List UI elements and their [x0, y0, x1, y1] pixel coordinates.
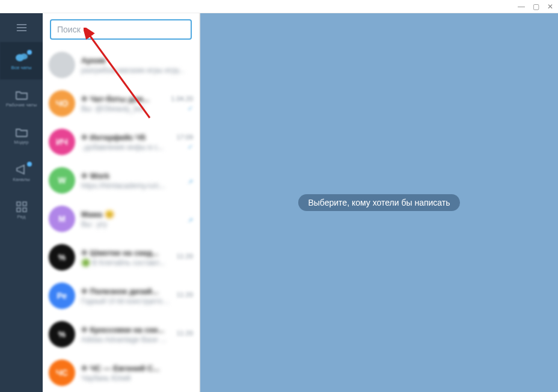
chat-status-mark: ✓: [188, 105, 193, 112]
chat-title: ✈ ЧС — Евгений С...: [81, 364, 159, 373]
menu-button[interactable]: [0, 13, 43, 42]
rail-folder-item[interactable]: Все чаты: [0, 42, 43, 79]
window-close-button[interactable]: ✕: [546, 2, 554, 11]
chat-title: ✈ Интерфейс Ч5: [81, 133, 146, 142]
chat-title: ✈ Work: [81, 171, 109, 180]
chat-time: 1.04.20: [171, 95, 193, 102]
avatar: W: [49, 167, 75, 194]
folder-icon: [14, 126, 29, 139]
avatar: ЧО: [49, 90, 75, 117]
folders-rail: Все чатыРабочие чатыМодерКаналыРед: [0, 13, 43, 392]
folder-icon: [14, 88, 29, 102]
svg-rect-5: [23, 208, 26, 212]
chat-row-body: Архивразгрибом магазин игры игру...: [81, 56, 187, 75]
chat-row[interactable]: W✈ Workhttps://htmlacademy.ru/c...↗: [43, 161, 199, 200]
chat-subtitle: 🟢 В Клитайль составл...: [81, 259, 170, 267]
chat-row[interactable]: ЧС✈ ЧС — Евгений С...Чаубань Юлий: [43, 354, 199, 392]
rail-folder-item[interactable]: Каналы: [0, 154, 43, 191]
chat-row-body: ✈ Чат-боты для...Вы: @Obeauty_bot: [81, 94, 165, 113]
chat-time: 11:20: [176, 329, 193, 337]
chat-subtitle: Вы: ;угу: [81, 220, 182, 228]
chat-row[interactable]: Ре✈ Полезное дизай...Годный UI kit конст…: [43, 277, 199, 315]
chat-row-body: ✈ Workhttps://htmlacademy.ru/c...: [81, 171, 182, 190]
avatar: ИЧ: [49, 129, 75, 155]
avatar: [49, 52, 75, 78]
chat-title: Архив: [81, 56, 105, 65]
rail-folder-item[interactable]: Ред: [0, 191, 43, 228]
bullhorn-icon: [14, 163, 29, 176]
rail-item-label: Модер: [12, 140, 31, 145]
chat-title: ✈ Чат-боты для...: [81, 94, 149, 103]
chat-row-body: ✈ ЧС — Евгений С...Чаубань Юлий: [81, 364, 187, 382]
chat-meta: ↗: [188, 214, 193, 224]
avatar: %: [49, 244, 75, 271]
avatar: М: [49, 206, 75, 232]
chat-row[interactable]: ИЧ✈ Интерфейс Ч5↓добавление инфы в с...1…: [43, 123, 199, 161]
chat-subtitle: Годный UI kit конструктор...: [81, 297, 170, 305]
rail-item-label: Ред: [16, 215, 28, 220]
grid-icon: [14, 200, 29, 213]
avatar: Ре: [49, 283, 75, 309]
chat-meta: 1.04.20✓: [171, 95, 193, 112]
chat-row-body: ✈ Кроссовки на ски...Adidas Advantage Ba…: [81, 325, 170, 344]
empty-state-text: Выберите, кому хотели бы написать: [298, 194, 459, 211]
chat-meta: ↗: [188, 176, 193, 186]
rail-folder-item[interactable]: Рабочие чаты: [0, 79, 43, 117]
chat-subtitle: Вы: @Obeauty_bot: [81, 105, 165, 113]
chat-row[interactable]: %✈ Шмотки на скид...🟢 В Клитайль составл…: [43, 238, 199, 277]
chat-meta: 17:09✓: [176, 133, 193, 151]
chat-subtitle: ↓добавление инфы в с...: [81, 143, 170, 152]
chat-status-mark: ✓: [188, 143, 193, 151]
chat-time: 11:20: [176, 253, 193, 260]
hamburger-icon: [16, 22, 28, 34]
chat-meta: 11:20: [176, 329, 193, 339]
chat-row[interactable]: ММама 😊Вы: ;угу↗: [43, 200, 199, 238]
svg-point-1: [20, 54, 28, 60]
chats-icon: [14, 51, 29, 64]
avatar: ЧС: [49, 360, 75, 386]
chat-status-mark: ↗: [188, 178, 193, 186]
chat-status-mark: ↗: [188, 216, 193, 224]
chat-subtitle: Adidas Advantage Base стар...: [81, 335, 170, 344]
chat-title: Мама 😊: [81, 210, 114, 219]
rail-item-label: Все чаты: [10, 66, 34, 71]
chat-row[interactable]: ЧО✈ Чат-боты для...Вы: @Obeauty_bot1.04.…: [43, 84, 199, 123]
svg-rect-3: [23, 202, 26, 206]
chat-title: ✈ Кроссовки на ски...: [81, 325, 164, 334]
titlebar: — ▢ ✕: [0, 0, 558, 13]
chat-subtitle: https://htmlacademy.ru/c...: [81, 182, 182, 190]
chat-meta: 11:20: [176, 253, 193, 262]
chat-row[interactable]: %✈ Кроссовки на ски...Adidas Advantage B…: [43, 315, 199, 354]
avatar: %: [49, 321, 75, 348]
chat-time: 11:20: [176, 291, 193, 298]
svg-rect-2: [17, 202, 20, 206]
chat-time: 17:09: [176, 133, 193, 141]
rail-folder-item[interactable]: Модер: [0, 117, 43, 154]
chat-row[interactable]: Архивразгрибом магазин игры игру...: [43, 46, 199, 84]
chat-list-panel: Архивразгрибом магазин игры игру...ЧО✈ Ч…: [43, 13, 200, 392]
chat-row-body: ✈ Полезное дизай...Годный UI kit констру…: [81, 287, 170, 305]
chat-subtitle: разгрибом магазин игры игру...: [81, 66, 187, 75]
rail-item-label: Каналы: [11, 177, 31, 183]
chat-title: ✈ Шмотки на скид...: [81, 248, 159, 257]
unread-badge: [27, 50, 32, 55]
chat-row-body: ✈ Шмотки на скид...🟢 В Клитайль составл.…: [81, 248, 170, 267]
svg-rect-4: [17, 208, 20, 212]
chat-content-area: Выберите, кому хотели бы написать: [200, 13, 558, 392]
chat-title: ✈ Полезное дизай...: [81, 287, 159, 296]
window-maximize-button[interactable]: ▢: [532, 2, 540, 11]
window-minimize-button[interactable]: —: [517, 2, 526, 11]
unread-badge: [27, 162, 32, 167]
chat-subtitle: Чаубань Юлий: [81, 374, 187, 382]
chat-meta: 11:20: [176, 291, 193, 301]
rail-item-label: Рабочие чаты: [4, 103, 39, 108]
search-input[interactable]: [50, 19, 192, 40]
chat-row-body: ✈ Интерфейс Ч5↓добавление инфы в с...: [81, 133, 170, 152]
chat-row-body: Мама 😊Вы: ;угу: [81, 210, 182, 228]
